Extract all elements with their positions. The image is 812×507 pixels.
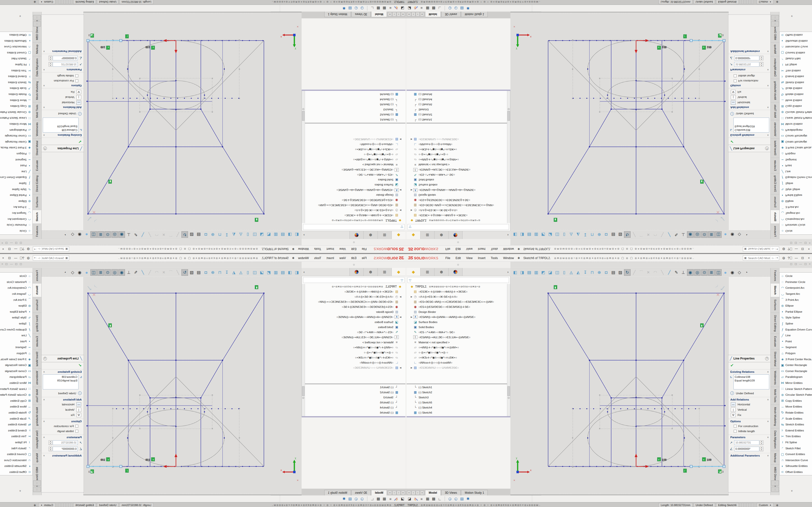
- splitter-knob[interactable]: [508, 397, 510, 399]
- eraser-icon[interactable]: ◪: [400, 5, 406, 11]
- flyout-tool[interactable]: ▱ Parallelogram: [0, 374, 33, 380]
- flyout-tool[interactable]: ◐ Silhouette Entities: [779, 463, 812, 469]
- toolbar-icon[interactable]: ⊥: [680, 231, 687, 238]
- menu-item[interactable]: Tools: [488, 256, 501, 261]
- flyout-tool[interactable]: ∿ Style Spline: [779, 315, 812, 321]
- cancel-sketch-icon[interactable]: ✕: [716, 292, 720, 298]
- hatch-icon[interactable]: ▩: [430, 496, 437, 502]
- list-icon[interactable]: ≡: [418, 5, 424, 11]
- search-input[interactable]: [42, 257, 64, 260]
- checkbox[interactable]: [734, 425, 737, 428]
- flyout-tool[interactable]: ⊜ Ellipse: [779, 198, 812, 204]
- expander-icon[interactable]: ▶: [410, 367, 413, 369]
- minimize-button[interactable]: —: [793, 256, 800, 260]
- toolbar-icon[interactable]: ◇: [736, 231, 743, 238]
- flyout-tool[interactable]: ▣ Center Rectangle: [0, 362, 33, 368]
- command-tab[interactable]: Direct Editing: [771, 173, 779, 194]
- expander-icon[interactable]: ▶: [399, 209, 402, 212]
- tree-row[interactable]: ▶ ▱ ○+ИИ◎∔○*◉Ι○◦○Ι◉*○∔◎ИИ+○: [406, 345, 507, 350]
- toolbar-icon[interactable]: ◭: [575, 269, 581, 276]
- toolbar-icon[interactable]: ◫: [715, 231, 722, 238]
- pin-icon[interactable]: ✱: [517, 257, 520, 260]
- flyout-tool[interactable]: ↻ Rotate Entities: [0, 410, 33, 416]
- pin-icon[interactable]: ✱: [517, 247, 520, 251]
- pen-color-icon[interactable]: ✎: [412, 496, 418, 502]
- toolbar-icon[interactable]: ▤: [196, 231, 202, 238]
- flyout-tool[interactable]: ∿ Style Spline: [0, 315, 33, 321]
- flyout-tool[interactable]: ∫ Spline: [0, 321, 33, 327]
- command-tab[interactable]: Mesh Modeling: [33, 79, 41, 102]
- search-icon[interactable]: ○˴: [37, 257, 42, 260]
- tree-row[interactable]: ▶ ◉ ○ЄЅ∔◎ЄЅИЗЄЅЄ○◦○ЄЅЄЗИЅЄ◎∔ЅЄ○: [406, 198, 507, 203]
- toolbar-icon[interactable]: ▯: [245, 269, 251, 276]
- relations-listbox[interactable]: Collinear108Equal length109: [43, 118, 79, 132]
- expander-icon[interactable]: ▶: [399, 189, 402, 191]
- flyout-tool[interactable]: ▣ Center Rectangle: [0, 139, 33, 145]
- toolbar-icon[interactable]: ▯: [561, 269, 567, 276]
- parameter-input[interactable]: 10.88152731: [53, 440, 78, 445]
- command-tab[interactable]: Data Migration: [771, 428, 779, 451]
- flyout-tool[interactable]: ▣ Center Rectangle: [779, 139, 812, 145]
- strip-scroll-down[interactable]: ⋮: [33, 15, 41, 20]
- relation-button-row[interactable]: ❘ Vertical: [728, 95, 771, 100]
- command-tab[interactable]: Mold Tools: [771, 102, 779, 120]
- tree-vertical-scrollbar[interactable]: [302, 284, 305, 416]
- doc-restore-icon[interactable]: ⊡: [790, 241, 793, 244]
- command-tab[interactable]: Evaluate: [33, 158, 41, 173]
- tree-row[interactable]: ▶ ▱ ○·◎+○*◉Ι○◦○Ι◉*○+◎·○: [305, 350, 406, 355]
- toolbar-icon[interactable]: ◪: [259, 269, 265, 276]
- restore-button[interactable]: ⊡: [6, 256, 12, 260]
- flyout-tool[interactable]: ⌂ Polygon: [0, 151, 33, 157]
- sync-icon[interactable]: ◶: [359, 5, 365, 11]
- dimension-label[interactable]: 109: [662, 458, 666, 462]
- option-row[interactable]: Infinite length: [41, 429, 84, 434]
- option-row[interactable]: Infinite length: [728, 429, 771, 434]
- toolbar-icon[interactable]: ╲: [146, 269, 153, 276]
- toolbar-icon[interactable]: ◔: [62, 231, 69, 238]
- toolbar-icon[interactable]: ◫: [90, 231, 97, 238]
- relation-item[interactable]: Collinear108: [735, 375, 768, 379]
- toolbar-icon[interactable]: ◭: [231, 231, 237, 238]
- tree-row[interactable]: ▶ ◉ ○ЄЅ∔◎ЄЅИЗЄЅЄ○◦○ЄЅЄЗИЅЄ◎∔ЅЄ○: [406, 304, 507, 309]
- search-dropdown-icon[interactable]: ▼: [33, 248, 37, 250]
- restore-button[interactable]: ⊡: [800, 256, 806, 260]
- tab-property-manager[interactable]: ⊞: [377, 268, 392, 276]
- toolbar-icon[interactable]: ╱: [140, 231, 146, 238]
- relation-glyph-icon[interactable]: Ψ: [77, 90, 81, 94]
- menu-item[interactable]: Tools: [311, 247, 324, 251]
- flyout-tool[interactable]: ▣ Center Rectangle: [779, 362, 812, 368]
- panel-split-bar[interactable]: [406, 90, 510, 91]
- sketch-row[interactable]: ▶ ▦ (-) Sketch2: [406, 112, 507, 117]
- toolbar-icon[interactable]: ●: [83, 269, 90, 276]
- toolbar-icon[interactable]: ◬: [568, 231, 574, 238]
- menu-item[interactable]: View: [463, 247, 475, 251]
- tree-row[interactable]: ▶ ◪ Surface Bodies: [305, 182, 406, 187]
- option-row[interactable]: Infinite length: [728, 73, 771, 78]
- next-tab-icon[interactable]: ›: [416, 12, 420, 16]
- sketch-row[interactable]: ▶ ▦ (-) Sketch6: [406, 410, 507, 415]
- tree-row[interactable]: ▶ ▤ ○ЄЅЗЄ+◦∔◎ΛАФ○◦○ФАΛ◎∔◦+ЗЄЅЄ○: [406, 213, 507, 218]
- sketch-row[interactable]: ▶ └ (-) Sketch1: [305, 117, 406, 122]
- tree-row[interactable]: ▶ A ○ЄЅИИ◎◦+Α+◎ИИΑ○◦○ΑИИ◎+Α+◦◎ИИЅЄ○: [406, 314, 507, 320]
- flyout-tool[interactable]: ∫ Spline: [779, 181, 812, 187]
- flyout-tool[interactable]: ◈ 3 Point Center Recta...: [0, 145, 33, 151]
- expand-tabs-chevron-icon[interactable]: ›: [506, 268, 510, 276]
- toolbar-icon[interactable]: ▤: [280, 231, 286, 238]
- tree-row[interactable]: ▶ ▣ Solid Bodies: [406, 177, 507, 182]
- tab-featuremanager-tree[interactable]: ◆: [406, 268, 420, 276]
- doc-tab[interactable]: 3D Views: [441, 12, 461, 17]
- dimension-label[interactable]: 109: [101, 45, 105, 49]
- accept-check-icon[interactable]: ✔: [78, 139, 82, 145]
- gear-icon[interactable]: ✱: [341, 5, 347, 11]
- selected-line[interactable]: [690, 465, 725, 468]
- first-tab-icon[interactable]: «: [401, 491, 405, 495]
- toolbar-icon[interactable]: ◉: [729, 269, 735, 276]
- scrollbar-thumb[interactable]: [507, 386, 510, 396]
- accept-sketch-icon[interactable]: ✓: [720, 214, 726, 223]
- first-tab-icon[interactable]: «: [407, 12, 411, 16]
- command-tab[interactable]: Surfaces: [33, 297, 41, 313]
- last-tab-icon[interactable]: »: [388, 491, 392, 495]
- flyout-tool[interactable]: ◌ Perimeter Circle: [0, 222, 33, 228]
- tree-row[interactable]: ▶ ▥ ○ЄЅ+ЗЄЅЄ○ИИ◎◦+⊃СЗЄИЗЄЅЄ○◦○ЄЅЄЗИЄЗС⊂+…: [406, 203, 507, 208]
- parameter-input[interactable]: 10.88152731: [734, 62, 759, 67]
